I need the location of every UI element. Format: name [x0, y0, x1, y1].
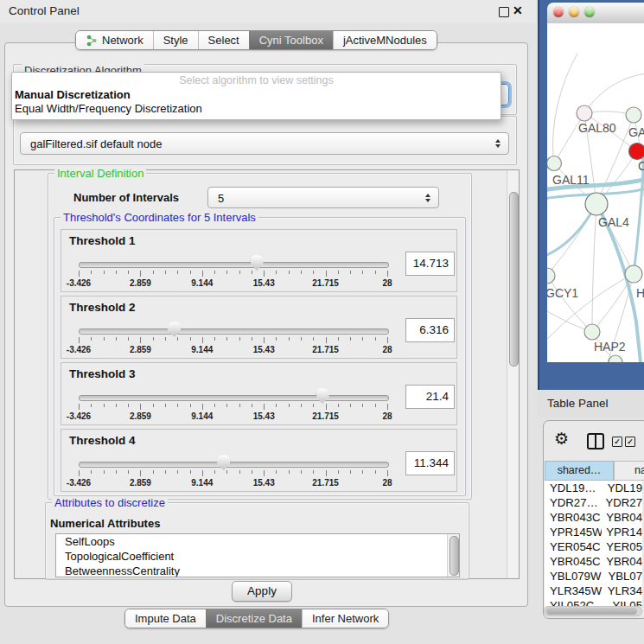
close-icon[interactable]: ✕	[513, 3, 523, 17]
tab-discretize-data[interactable]: Discretize Data	[206, 609, 302, 628]
tick-label: 9.144	[191, 345, 213, 354]
checkbox-icon[interactable]: ✓	[625, 437, 635, 447]
scrollbar-thumb[interactable]	[450, 536, 459, 576]
table-panel-titlebar: Table Panel	[538, 391, 644, 418]
column-header-name[interactable]: na	[614, 461, 644, 481]
tab-label: jActiveMNodules	[343, 34, 427, 47]
node-gal11[interactable]	[547, 156, 562, 171]
cell-name: YBR04	[602, 510, 642, 525]
tick-mark	[104, 404, 105, 407]
node-h-clipped[interactable]	[625, 265, 642, 283]
slider-thumb[interactable]	[251, 255, 264, 271]
checkbox-icon[interactable]: ✓	[612, 437, 622, 447]
node-gal4[interactable]	[585, 193, 608, 215]
horizontal-scrollbar[interactable]	[544, 606, 642, 616]
threshold-value-field[interactable]: 11.344	[405, 451, 455, 475]
attribute-item[interactable]: TopologicalCoefficient	[56, 549, 459, 564]
tick-mark	[264, 337, 265, 343]
tick-mark	[375, 337, 376, 341]
apply-button[interactable]: Apply	[232, 581, 292, 602]
zoom-traffic-light-icon[interactable]	[584, 7, 595, 17]
table-row[interactable]: YIL052CYIL05	[545, 598, 642, 606]
threshold-value-field[interactable]: 6.316	[405, 318, 455, 342]
number-of-intervals-combobox[interactable]: 5	[207, 187, 439, 208]
table-row[interactable]: YBR043CYBR04	[545, 510, 642, 525]
scrollbar-thumb[interactable]	[546, 608, 637, 615]
tick-mark	[338, 404, 339, 407]
attribute-item[interactable]: BetweennessCentrality	[56, 564, 459, 577]
cell-name: YBL07	[603, 569, 642, 583]
slider-track[interactable]	[79, 395, 389, 401]
algorithm-option[interactable]: Equal Width/Frequency Discretization	[15, 102, 202, 115]
tab-impute-data[interactable]: Impute Data	[125, 609, 206, 628]
tick-label: 2.859	[130, 345, 151, 354]
tick-mark	[387, 404, 388, 410]
table-data-combobox[interactable]: galFiltered.sif default node	[20, 132, 509, 155]
tab-style[interactable]: Style	[153, 31, 198, 49]
tick-mark	[190, 271, 191, 274]
tick-mark	[153, 470, 154, 474]
tick-mark	[153, 404, 154, 407]
list-scrollbar[interactable]	[447, 534, 459, 577]
tab-select[interactable]: Select	[198, 31, 249, 49]
table-row[interactable]: YBL079WYBL07	[545, 569, 642, 583]
table-panel-title: Table Panel	[547, 397, 609, 410]
slider-thumb[interactable]	[217, 455, 230, 470]
attribute-item[interactable]: SelfLoops	[56, 534, 459, 549]
tab-cyni-toolbox[interactable]: Cyni Toolbox	[249, 31, 333, 49]
tab-infer-network[interactable]: Infer Network	[302, 609, 388, 628]
tick-mark	[289, 470, 290, 474]
node-gcy1[interactable]	[547, 268, 555, 284]
gear-icon[interactable]: ⚙	[554, 429, 569, 449]
table-row[interactable]: YER054CYER05	[545, 539, 642, 554]
slider-track[interactable]	[79, 262, 389, 268]
slider-thumb[interactable]	[168, 322, 181, 337]
threshold-panel: Threshold 3-3.4262.8599.14415.4321.71528…	[61, 362, 457, 425]
threshold-label: Threshold 1	[69, 234, 136, 247]
tab-jactivemnodules[interactable]: jActiveMNodules	[333, 31, 437, 49]
table-row[interactable]: YLR345WYLR34	[545, 583, 642, 598]
threshold-value-field[interactable]: 14.713	[405, 252, 455, 276]
node-gal-clipped[interactable]	[626, 107, 641, 123]
tick-label: 2.859	[130, 411, 151, 421]
tick-mark	[362, 337, 363, 341]
float-window-icon[interactable]	[499, 7, 509, 17]
vertical-scrollbar[interactable]	[507, 170, 519, 578]
tick-mark	[91, 470, 92, 474]
column-header-shared-name[interactable]: shared…	[545, 461, 614, 481]
scrollbar-thumb[interactable]	[509, 192, 519, 367]
node-label-gal4: GAL4	[598, 215, 629, 229]
tick-label: 28	[382, 278, 392, 288]
cell-shared-name: YBR043C	[545, 510, 602, 525]
node-selected-red[interactable]	[629, 143, 644, 160]
table-row[interactable]: YPR145WYPR14	[545, 525, 642, 539]
slider-track[interactable]	[79, 462, 389, 468]
algorithm-option[interactable]: Manual Discretization	[15, 88, 131, 101]
node-hap2[interactable]	[584, 324, 600, 340]
node-label-gal80: GAL80	[578, 121, 616, 135]
slider-thumb[interactable]	[316, 388, 329, 404]
table-row[interactable]: YBR045CYBR04	[545, 554, 642, 569]
table-row[interactable]: YDR27…YDR27	[545, 495, 642, 510]
tick-mark	[301, 271, 302, 274]
tick-mark	[289, 337, 290, 341]
cell-name: YBR04	[602, 554, 642, 569]
tick-mark	[313, 470, 314, 474]
tick-label: 9.144	[191, 278, 213, 288]
node-gal80[interactable]	[577, 105, 592, 121]
column-layout-icon[interactable]	[587, 433, 604, 450]
minimize-traffic-light-icon[interactable]	[569, 7, 579, 17]
table-row[interactable]: YDL19…YDL19	[545, 481, 642, 495]
network-view-canvas[interactable]: GAL80 GA C GAL11 GAL4 GCY1 H HAP2	[547, 23, 644, 362]
tick-label: 15.43	[253, 411, 275, 421]
tick-label: 28	[382, 411, 392, 421]
close-traffic-light-icon[interactable]	[553, 7, 564, 17]
tick-mark	[79, 337, 80, 343]
tick-label: 28	[382, 345, 392, 354]
threshold-value-field[interactable]: 21.4	[405, 385, 455, 409]
tab-network[interactable]: Network	[76, 31, 153, 49]
cell-shared-name: YDR27…	[545, 495, 601, 510]
tick-mark	[165, 337, 166, 341]
threshold-label: Threshold 2	[69, 301, 136, 314]
slider-track[interactable]	[79, 328, 389, 335]
